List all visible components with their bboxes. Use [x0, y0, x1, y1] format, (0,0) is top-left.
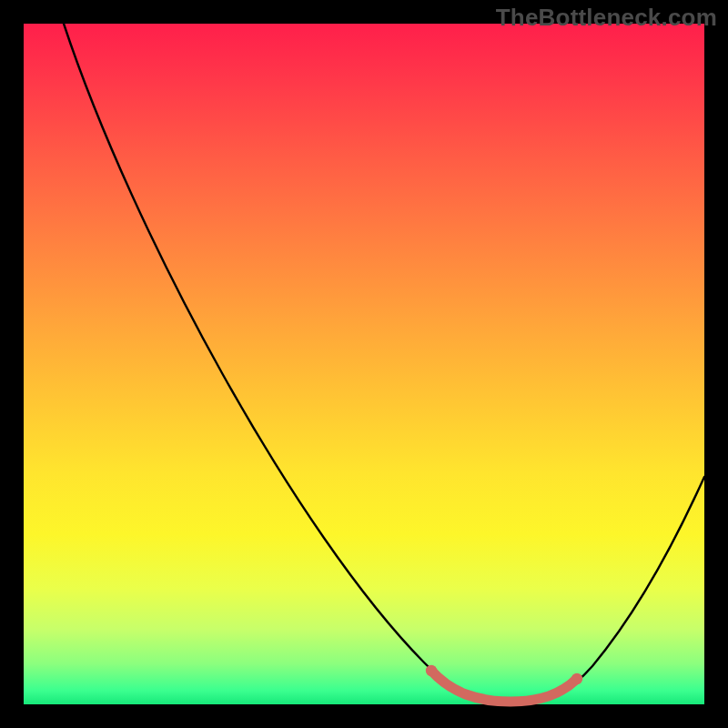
optimal-range-start-dot — [426, 665, 437, 676]
optimal-range-band — [431, 671, 577, 702]
chart-frame: TheBottleneck.com — [0, 0, 728, 728]
watermark-text: TheBottleneck.com — [496, 4, 717, 32]
plot-area — [24, 24, 704, 704]
chart-svg — [24, 24, 704, 704]
optimal-range-end-dot — [571, 673, 582, 684]
bottleneck-curve — [64, 24, 704, 703]
